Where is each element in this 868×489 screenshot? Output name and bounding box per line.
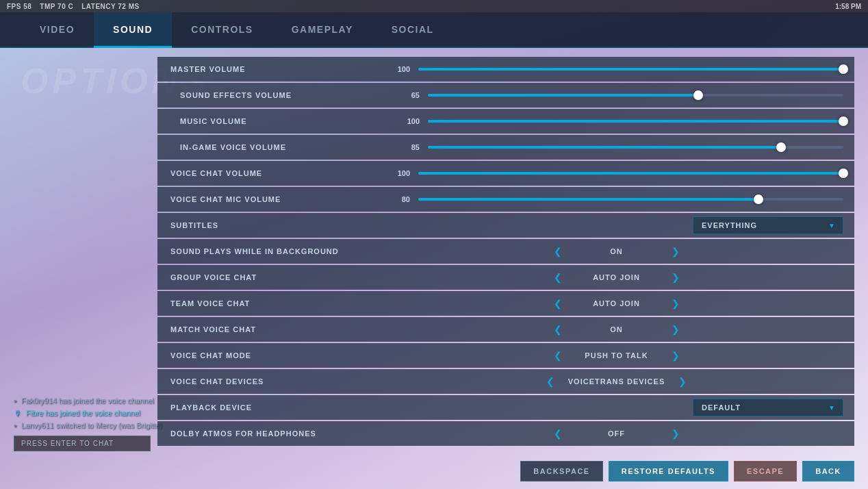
- team-voice-chat-prev[interactable]: ❮: [554, 298, 562, 309]
- main-content: VIDEO SOUND CONTROLS GAMEPLAY SOCIAL OPT…: [0, 12, 868, 489]
- status-bar-left: FPS 58 TMP 70 C LATENCY 72 MS: [7, 3, 140, 10]
- music-volume-control: 100: [399, 117, 843, 125]
- chat-input-bar: PRESS ENTER TO CHAT: [14, 436, 151, 451]
- dolby-atmos-control: ❮ OFF ❯: [390, 428, 843, 439]
- tmp-display: TMP 70 C: [40, 3, 73, 10]
- voice-chat-devices-next[interactable]: ❯: [678, 376, 687, 387]
- voice-chat-mode-row: VOICE CHAT MODE ❮ PUSH TO TALK ❯: [157, 343, 854, 368]
- chat-dot-1: •: [14, 397, 16, 405]
- group-voice-chat-row: GROUP VOICE CHAT ❮ AUTO JOIN ❯: [157, 265, 854, 290]
- voice-chat-volume-control: 100: [390, 169, 843, 177]
- subtitles-dropdown-wrapper: EVERYTHING OFF IMPORTANT ONLY: [390, 216, 843, 234]
- sound-background-control: ❮ ON ❯: [390, 246, 843, 257]
- team-voice-chat-row: TEAM VOICE CHAT ❮ AUTO JOIN ❯: [157, 291, 854, 316]
- team-voice-chat-control: ❮ AUTO JOIN ❯: [390, 298, 843, 309]
- sound-effects-volume-value: 65: [399, 91, 420, 99]
- voice-chat-mic-volume-value: 80: [390, 195, 410, 203]
- playback-device-dropdown-wrapper: DEFAULT: [390, 399, 843, 416]
- chat-text-3: Lanvy611 switched to Mercy (was Brigitte…: [21, 421, 162, 429]
- voice-icon: 🎙: [14, 409, 21, 417]
- master-volume-value: 100: [390, 65, 410, 73]
- tab-gameplay[interactable]: GAMEPLAY: [272, 12, 372, 48]
- chat-text-2: Fibre has joined the voice channel: [26, 409, 140, 417]
- voice-chat-mic-volume-row: VOICE CHAT MIC VOLUME 80: [157, 187, 854, 212]
- music-volume-value: 100: [399, 117, 420, 125]
- voice-chat-mic-volume-track[interactable]: [418, 198, 843, 201]
- sound-background-next[interactable]: ❯: [672, 246, 680, 257]
- playback-device-dropdown[interactable]: DEFAULT: [693, 399, 843, 416]
- ingame-voice-volume-row: IN-GAME VOICE VOLUME 85: [157, 135, 854, 160]
- music-volume-label: MUSIC VOLUME: [180, 117, 399, 125]
- back-button[interactable]: BACK: [802, 461, 854, 481]
- match-voice-chat-row: MATCH VOICE CHAT ❮ ON ❯: [157, 317, 854, 342]
- ingame-voice-volume-control: 85: [399, 143, 843, 151]
- status-bar: FPS 58 TMP 70 C LATENCY 72 MS 1:58 PM: [0, 0, 868, 12]
- voice-chat-devices-prev[interactable]: ❮: [546, 376, 554, 387]
- sound-background-value: ON: [576, 247, 658, 255]
- subtitles-dropdown[interactable]: EVERYTHING OFF IMPORTANT ONLY: [693, 216, 843, 234]
- dolby-atmos-label: DOLBY ATMOS FOR HEADPHONES: [170, 429, 390, 438]
- match-voice-chat-value: ON: [576, 325, 658, 334]
- escape-button[interactable]: ESCAPE: [734, 461, 797, 481]
- dolby-atmos-value: OFF: [576, 429, 658, 438]
- voice-chat-volume-value: 100: [390, 169, 410, 177]
- voice-chat-devices-row: VOICE CHAT DEVICES ❮ VOICETRANS DEVICES …: [157, 369, 854, 394]
- tab-controls[interactable]: CONTROLS: [172, 12, 272, 48]
- dolby-atmos-row: DOLBY ATMOS FOR HEADPHONES ❮ OFF ❯: [157, 421, 854, 446]
- ingame-voice-volume-track[interactable]: [428, 146, 843, 149]
- backspace-button[interactable]: BACKSPACE: [520, 461, 602, 481]
- bottom-bar: BACKSPACE RESTORE DEFAULTS ESCAPE BACK: [520, 453, 868, 489]
- fps-display: FPS 58: [7, 3, 31, 10]
- tab-video[interactable]: VIDEO: [21, 12, 94, 48]
- voice-chat-devices-control: ❮ VOICETRANS DEVICES ❯: [390, 376, 843, 387]
- tab-social[interactable]: SOCIAL: [372, 12, 453, 48]
- group-voice-chat-control: ❮ AUTO JOIN ❯: [390, 272, 843, 283]
- subtitles-label: SUBTITLES: [170, 221, 390, 229]
- sound-effects-volume-control: 65: [399, 91, 843, 99]
- group-voice-chat-value: AUTO JOIN: [576, 273, 658, 281]
- voice-chat-mode-control: ❮ PUSH TO TALK ❯: [390, 350, 843, 361]
- sound-effects-volume-row: SOUND EFFECTS VOLUME 65: [157, 83, 854, 108]
- voice-chat-volume-label: VOICE CHAT VOLUME: [170, 169, 390, 177]
- voice-chat-mic-volume-control: 80: [390, 195, 843, 203]
- voice-chat-volume-track[interactable]: [418, 172, 843, 175]
- voice-chat-mode-prev[interactable]: ❮: [554, 350, 562, 361]
- tab-sound[interactable]: SOUND: [94, 12, 172, 48]
- ingame-voice-volume-label: IN-GAME VOICE VOLUME: [180, 143, 399, 151]
- group-voice-chat-prev[interactable]: ❮: [554, 272, 562, 283]
- dolby-atmos-next[interactable]: ❯: [672, 428, 680, 439]
- sound-background-row: SOUND PLAYS WHILE IN BACKGROUND ❮ ON ❯: [157, 239, 854, 264]
- chat-text-1: Fak0ry914 has joined the voice channel: [21, 397, 154, 405]
- music-volume-row: MUSIC VOLUME 100: [157, 109, 854, 134]
- settings-panel: MASTER VOLUME 100 SOUND EFFECTS VOLUME 6…: [157, 57, 854, 448]
- tab-bar: VIDEO SOUND CONTROLS GAMEPLAY SOCIAL: [0, 12, 868, 48]
- latency-display: LATENCY 72 MS: [81, 3, 140, 10]
- playback-device-row: PLAYBACK DEVICE DEFAULT: [157, 395, 854, 420]
- voice-chat-devices-label: VOICE CHAT DEVICES: [170, 377, 390, 386]
- team-voice-chat-value: AUTO JOIN: [576, 299, 658, 308]
- sound-effects-volume-track[interactable]: [428, 94, 843, 97]
- master-volume-label: MASTER VOLUME: [170, 65, 390, 73]
- team-voice-chat-label: TEAM VOICE CHAT: [170, 299, 390, 308]
- chat-dot-3: •: [14, 421, 16, 429]
- ingame-voice-volume-value: 85: [399, 143, 420, 151]
- match-voice-chat-prev[interactable]: ❮: [554, 324, 562, 335]
- subtitles-row: SUBTITLES EVERYTHING OFF IMPORTANT ONLY: [157, 213, 854, 238]
- sound-effects-volume-label: SOUND EFFECTS VOLUME: [180, 91, 399, 99]
- restore-defaults-button[interactable]: RESTORE DEFAULTS: [609, 461, 728, 481]
- voice-chat-devices-value: VOICETRANS DEVICES: [568, 377, 665, 386]
- master-volume-track[interactable]: [418, 68, 843, 71]
- dolby-atmos-prev[interactable]: ❮: [554, 428, 562, 439]
- voice-chat-mode-value: PUSH TO TALK: [576, 351, 658, 360]
- sound-background-prev[interactable]: ❮: [554, 246, 562, 257]
- match-voice-chat-next[interactable]: ❯: [672, 324, 680, 335]
- voice-chat-mode-next[interactable]: ❯: [672, 350, 680, 361]
- voice-chat-volume-row: VOICE CHAT VOLUME 100: [157, 161, 854, 186]
- group-voice-chat-label: GROUP VOICE CHAT: [170, 273, 390, 281]
- group-voice-chat-next[interactable]: ❯: [672, 272, 680, 283]
- music-volume-track[interactable]: [428, 120, 843, 123]
- team-voice-chat-next[interactable]: ❯: [672, 298, 680, 309]
- sound-background-label: SOUND PLAYS WHILE IN BACKGROUND: [170, 247, 390, 255]
- clock: 1:58 PM: [835, 3, 861, 10]
- voice-chat-mode-label: VOICE CHAT MODE: [170, 351, 390, 360]
